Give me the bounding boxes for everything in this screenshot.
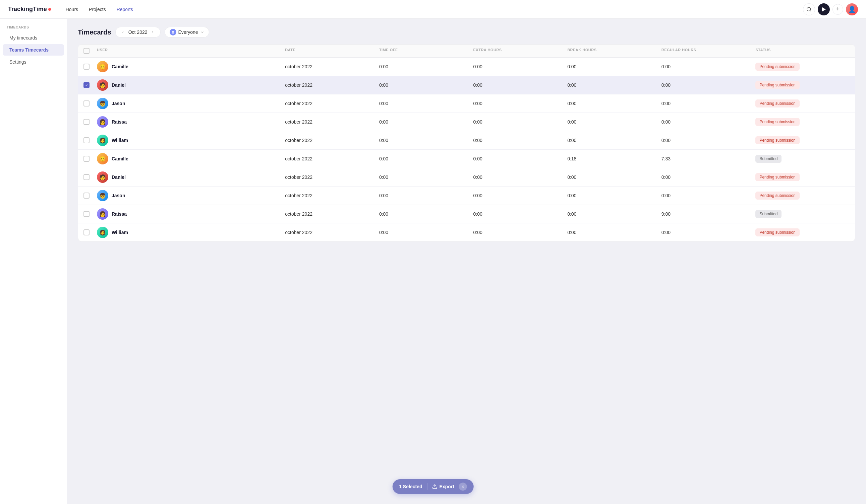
user-name: Camille	[112, 156, 129, 161]
sidebar-section-timecards: TIMECARDS	[0, 25, 67, 32]
table-row[interactable]: 👦 Jason october 2022 0:00 0:00 0:00 0:00…	[78, 94, 855, 113]
sidebar-item-teams-timecards[interactable]: Teams Timecards	[3, 44, 64, 56]
header-extra-hours: EXTRA HOURS	[474, 48, 568, 54]
row-checkbox[interactable]	[84, 156, 89, 162]
user-name: Camille	[112, 64, 129, 69]
user-avatar-circle: 🧔	[97, 135, 108, 146]
extra-hours-cell: 0:00	[474, 174, 568, 180]
everyone-filter-button[interactable]: Everyone	[165, 27, 209, 37]
table-row[interactable]: 🧑 Daniel october 2022 0:00 0:00 0:00 0:0…	[78, 168, 855, 186]
user-cell: 😊 Camille	[97, 153, 285, 164]
regular-hours-cell: 0:00	[662, 193, 756, 198]
user-avatar[interactable]: 👤	[846, 3, 858, 15]
play-button[interactable]	[818, 3, 830, 15]
extra-hours-cell: 0:00	[474, 138, 568, 143]
row-checkbox[interactable]	[84, 174, 89, 180]
table-row[interactable]: 👩 Raissa october 2022 0:00 0:00 0:00 9:0…	[78, 205, 855, 224]
user-name: Jason	[112, 193, 125, 198]
logo[interactable]: TrackingTime	[8, 6, 51, 13]
nav-projects[interactable]: Projects	[85, 5, 110, 14]
date-cell: october 2022	[285, 174, 379, 180]
user-cell: 👩 Raissa	[97, 208, 285, 220]
status-badge: Pending submission	[755, 228, 799, 237]
export-label: Export	[439, 484, 454, 489]
search-button[interactable]	[803, 3, 815, 15]
user-cell: 🧑 Daniel	[97, 171, 285, 183]
user-avatar-circle: 😊	[97, 153, 108, 164]
user-avatar-circle: 👦	[97, 98, 108, 109]
table-row[interactable]: 👩 Raissa october 2022 0:00 0:00 0:00 0:0…	[78, 113, 855, 131]
row-checkbox[interactable]	[84, 64, 89, 70]
break-hours-cell: 0:00	[567, 119, 662, 125]
table-row[interactable]: 👦 Jason october 2022 0:00 0:00 0:00 0:00…	[78, 186, 855, 205]
regular-hours-cell: 0:00	[662, 82, 756, 88]
time-off-cell: 0:00	[379, 82, 474, 88]
user-name: Jason	[112, 101, 125, 106]
date-navigator[interactable]: ‹ Oct 2022 ›	[115, 27, 160, 37]
user-face: 😊	[97, 61, 108, 72]
sidebar-item-settings[interactable]: Settings	[3, 56, 64, 68]
date-cell: october 2022	[285, 64, 379, 69]
break-hours-cell: 0:00	[567, 211, 662, 217]
row-checkbox[interactable]	[84, 119, 89, 125]
status-badge: Pending submission	[755, 81, 799, 89]
extra-hours-cell: 0:00	[474, 211, 568, 217]
row-checkbox-cell	[84, 101, 97, 106]
regular-hours-cell: 0:00	[662, 138, 756, 143]
table-row[interactable]: 🧔 William october 2022 0:00 0:00 0:00 0:…	[78, 224, 855, 241]
regular-hours-cell: 0:00	[662, 101, 756, 106]
svg-line-1	[810, 10, 811, 11]
time-off-cell: 0:00	[379, 156, 474, 161]
user-name: Raissa	[112, 119, 127, 125]
table-row[interactable]: ✓ 🧑 Daniel october 2022 0:00 0:00 0:00 0…	[78, 76, 855, 94]
regular-hours-cell: 0:00	[662, 64, 756, 69]
selected-count-label: 1 Selected	[399, 484, 422, 489]
date-next-button[interactable]: ›	[149, 29, 156, 35]
add-button[interactable]: +	[832, 4, 843, 15]
close-selection-button[interactable]: ×	[459, 483, 467, 491]
row-checkbox[interactable]	[84, 137, 89, 143]
table-row[interactable]: 🧔 William october 2022 0:00 0:00 0:00 0:…	[78, 131, 855, 150]
header-regular-hours: REGULAR HOURS	[662, 48, 756, 54]
status-cell: Pending submission	[755, 173, 850, 181]
date-display: Oct 2022	[129, 30, 147, 35]
sidebar-item-my-timecards[interactable]: My timecards	[3, 32, 64, 44]
row-checkbox-cell	[84, 193, 97, 198]
user-face: 🧑	[97, 171, 108, 183]
row-checkbox-cell	[84, 137, 97, 143]
row-checkbox[interactable]: ✓	[84, 82, 89, 88]
header-status: STATUS	[755, 48, 850, 54]
time-off-cell: 0:00	[379, 101, 474, 106]
table-header: USER DATE TIME OFF EXTRA HOURS BREAK HOU…	[78, 45, 855, 58]
play-icon	[822, 7, 826, 12]
regular-hours-cell: 9:00	[662, 211, 756, 217]
extra-hours-cell: 0:00	[474, 101, 568, 106]
time-off-cell: 0:00	[379, 119, 474, 125]
extra-hours-cell: 0:00	[474, 193, 568, 198]
user-avatar-circle: 🧑	[97, 171, 108, 183]
regular-hours-cell: 0:00	[662, 174, 756, 180]
date-prev-button[interactable]: ‹	[120, 29, 126, 35]
row-checkbox[interactable]	[84, 101, 89, 106]
row-checkbox[interactable]	[84, 193, 89, 198]
table-row[interactable]: 😊 Camille october 2022 0:00 0:00 0:18 7:…	[78, 150, 855, 168]
row-checkbox[interactable]	[84, 229, 89, 236]
regular-hours-cell: 0:00	[662, 119, 756, 125]
user-avatar-circle: 👩	[97, 208, 108, 220]
break-hours-cell: 0:18	[567, 156, 662, 161]
header-date: DATE	[285, 48, 379, 54]
status-cell: Submitted	[755, 155, 850, 163]
row-checkbox-cell	[84, 119, 97, 125]
status-cell: Pending submission	[755, 136, 850, 144]
export-button[interactable]: Export	[432, 484, 454, 489]
select-all-checkbox[interactable]	[84, 48, 89, 54]
row-checkbox[interactable]	[84, 211, 89, 217]
user-face: 😊	[97, 153, 108, 164]
nav-reports[interactable]: Reports	[113, 5, 137, 14]
date-cell: october 2022	[285, 119, 379, 125]
table-row[interactable]: 😊 Camille october 2022 0:00 0:00 0:00 0:…	[78, 58, 855, 76]
user-avatar-circle: 🧑	[97, 79, 108, 91]
user-cell: 🧔 William	[97, 135, 285, 146]
nav-hours[interactable]: Hours	[62, 5, 82, 14]
user-name: Raissa	[112, 211, 127, 217]
